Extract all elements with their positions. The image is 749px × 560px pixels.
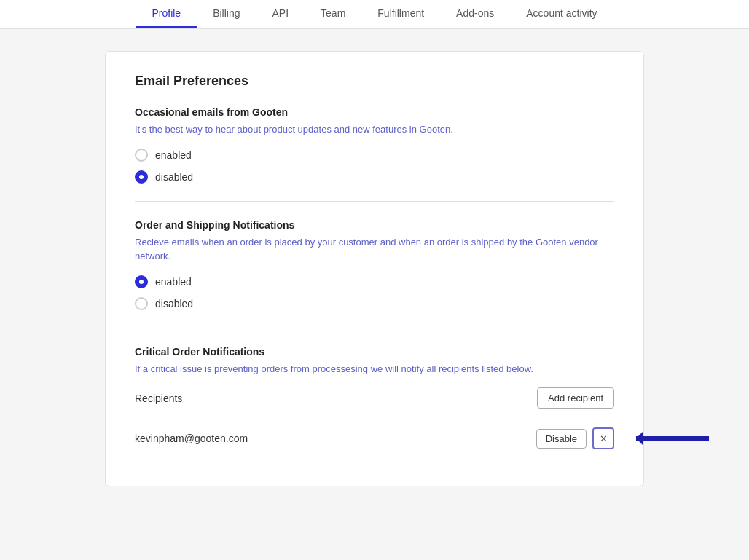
tab-team[interactable]: Team bbox=[305, 0, 361, 28]
critical-order-desc: If a critical issue is preventing orders… bbox=[135, 362, 614, 376]
occasional-enabled-radio[interactable] bbox=[135, 149, 148, 162]
order-enabled-label: enabled bbox=[155, 276, 192, 288]
divider-1 bbox=[135, 201, 614, 202]
order-shipping-section: Order and Shipping Notifications Recieve… bbox=[135, 219, 614, 310]
order-shipping-title: Order and Shipping Notifications bbox=[135, 219, 614, 231]
recipient-actions: Disable ✕ bbox=[536, 427, 614, 449]
occasional-emails-desc: It's the best way to hear about product … bbox=[135, 122, 614, 137]
occasional-disabled-option[interactable]: disabled bbox=[135, 170, 614, 184]
tab-billing[interactable]: Billing bbox=[197, 0, 256, 28]
occasional-emails-radio-group: enabled disabled bbox=[135, 149, 614, 184]
add-recipient-button[interactable]: Add recipient bbox=[537, 387, 614, 409]
recipient-row: kevinpham@gooten.com Disable ✕ bbox=[135, 420, 614, 457]
delete-recipient-button[interactable]: ✕ bbox=[592, 427, 614, 449]
order-shipping-desc: Recieve emails when an order is placed b… bbox=[135, 235, 614, 264]
divider-2 bbox=[135, 328, 614, 328]
occasional-enabled-option[interactable]: enabled bbox=[135, 149, 614, 162]
occasional-emails-title: Occasional emails from Gooten bbox=[135, 106, 614, 118]
card-title: Email Preferences bbox=[135, 74, 614, 89]
order-disabled-option[interactable]: disabled bbox=[135, 297, 614, 310]
email-preferences-card: Email Preferences Occasional emails from… bbox=[105, 51, 644, 486]
tab-fulfillment[interactable]: Fulfillment bbox=[361, 0, 440, 28]
navigation: Profile Billing API Team Fulfillment Add… bbox=[0, 0, 749, 29]
recipients-header: Recipients Add recipient bbox=[135, 387, 614, 409]
recipients-label: Recipients bbox=[135, 393, 182, 404]
order-shipping-radio-group: enabled disabled bbox=[135, 275, 614, 310]
critical-order-title: Critical Order Notifications bbox=[135, 346, 614, 358]
tab-api[interactable]: API bbox=[256, 0, 305, 28]
occasional-emails-section: Occasional emails from Gooten It's the b… bbox=[135, 106, 614, 184]
main-content: Email Preferences Occasional emails from… bbox=[90, 51, 659, 486]
order-enabled-radio[interactable] bbox=[135, 275, 148, 288]
occasional-disabled-label: disabled bbox=[155, 171, 193, 183]
nav-tabs: Profile Billing API Team Fulfillment Add… bbox=[136, 0, 613, 28]
tab-account-activity[interactable]: Account activity bbox=[510, 0, 613, 28]
order-disabled-label: disabled bbox=[155, 298, 193, 309]
order-disabled-radio[interactable] bbox=[135, 297, 148, 310]
disable-button[interactable]: Disable bbox=[536, 429, 587, 449]
close-icon: ✕ bbox=[600, 434, 608, 443]
arrow-body bbox=[636, 436, 709, 441]
occasional-enabled-label: enabled bbox=[155, 149, 192, 161]
critical-order-section: Critical Order Notifications If a critic… bbox=[135, 346, 614, 457]
recipient-email: kevinpham@gooten.com bbox=[135, 433, 248, 444]
arrow-annotation bbox=[636, 436, 709, 441]
tab-add-ons[interactable]: Add-ons bbox=[440, 0, 510, 28]
occasional-disabled-radio[interactable] bbox=[135, 170, 148, 184]
tab-profile[interactable]: Profile bbox=[136, 0, 197, 28]
order-enabled-option[interactable]: enabled bbox=[135, 275, 614, 288]
